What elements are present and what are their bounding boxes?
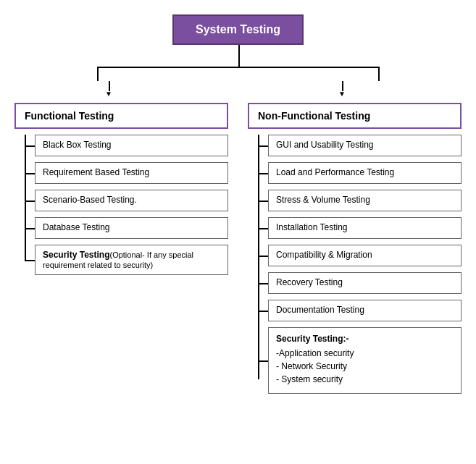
list-item: Black Box Testing xyxy=(35,135,228,156)
root-box: System Testing xyxy=(172,14,304,45)
list-item: Documentation Testing xyxy=(268,300,462,321)
list-item: Database Testing xyxy=(35,217,228,239)
list-item: Stress & Volume Testing xyxy=(268,190,462,211)
scenario-based-testing: Scenario-Based Testing. xyxy=(35,190,228,211)
database-testing: Database Testing xyxy=(35,217,228,239)
security-testing-title: Security Testing:- xyxy=(276,334,454,344)
right-arrow: ▼ xyxy=(248,81,462,97)
load-performance: Load and Performance Testing xyxy=(268,162,462,184)
left-category-box: Functional Testing xyxy=(14,103,228,129)
black-box-testing: Black Box Testing xyxy=(35,135,228,156)
list-item: Compatibility & Migration xyxy=(268,245,462,266)
left-sub-items: Black Box Testing Requirement Based Test… xyxy=(14,135,228,275)
list-item: GUI and Usability Testing xyxy=(268,135,462,156)
requirement-based-testing: Requirement Based Testing xyxy=(35,162,228,184)
list-item: Recovery Testing xyxy=(268,272,462,294)
security-sub-item-2: - Network Security xyxy=(276,361,454,371)
list-item: Load and Performance Testing xyxy=(268,162,462,184)
left-arrow: ▼ xyxy=(14,81,228,97)
security-testing-box: Security Testing:- -Application security… xyxy=(268,327,462,394)
stress-volume: Stress & Volume Testing xyxy=(268,190,462,211)
security-sub-item-1: -Application security xyxy=(276,348,454,358)
list-item: Requirement Based Testing xyxy=(35,162,228,184)
security-testing-label: Security Testing xyxy=(43,250,109,260)
branch-container xyxy=(97,67,380,81)
gui-usability: GUI and Usability Testing xyxy=(268,135,462,156)
installation-testing: Installation Testing xyxy=(268,217,462,239)
security-testing-left: Security Testing(Optional- If any specia… xyxy=(35,245,228,275)
right-category-box: Non-Functional Testing xyxy=(248,103,462,129)
documentation-testing: Documentation Testing xyxy=(268,300,462,321)
list-item: Scenario-Based Testing. xyxy=(35,190,228,211)
right-sub-items: GUI and Usability Testing Load and Perfo… xyxy=(248,135,462,394)
diagram: System Testing ▼ Functional Testing Blac… xyxy=(0,0,476,464)
root-connector xyxy=(7,45,469,67)
left-column: ▼ Functional Testing Black Box Testing R… xyxy=(14,81,228,281)
list-item: Installation Testing xyxy=(268,217,462,239)
compatibility-migration: Compatibility & Migration xyxy=(268,245,462,266)
root-node: System Testing xyxy=(7,14,469,45)
list-item: Security Testing(Optional- If any specia… xyxy=(35,245,228,275)
security-sub-item-3: - System security xyxy=(276,374,454,384)
recovery-testing: Recovery Testing xyxy=(268,272,462,294)
right-column: ▼ Non-Functional Testing GUI and Usabili… xyxy=(248,81,462,400)
security-testing-item: Security Testing:- -Application security… xyxy=(268,327,462,394)
columns: ▼ Functional Testing Black Box Testing R… xyxy=(7,81,469,400)
